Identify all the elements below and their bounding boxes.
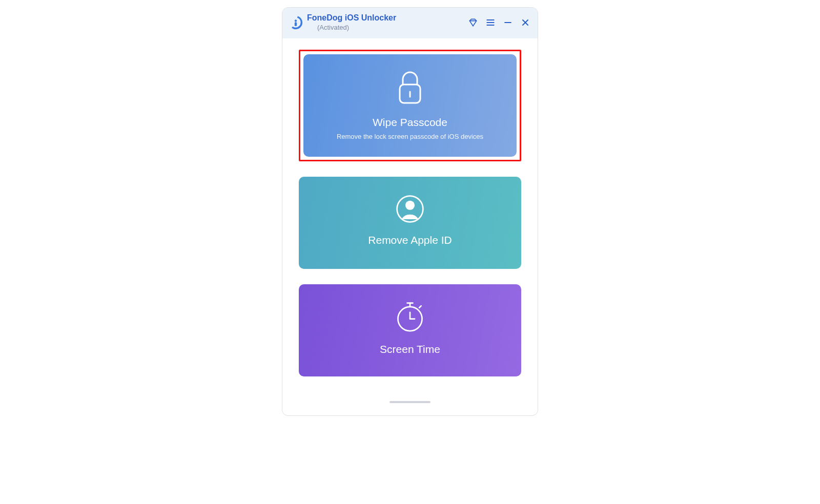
title-block: FoneDog iOS Unlocker (Activated): [307, 13, 396, 32]
app-logo-icon: [289, 15, 303, 30]
svg-rect-2: [295, 22, 297, 26]
menu-icon[interactable]: [485, 17, 496, 28]
highlight-box: Wipe Passcode Remove the lock screen pas…: [299, 50, 521, 161]
wipe-passcode-title: Wipe Passcode: [373, 116, 447, 129]
wipe-passcode-card[interactable]: Wipe Passcode Remove the lock screen pas…: [303, 54, 517, 157]
diamond-icon[interactable]: [468, 17, 478, 28]
remove-apple-id-card[interactable]: Remove Apple ID: [299, 177, 521, 269]
remove-apple-id-title: Remove Apple ID: [368, 234, 452, 246]
drag-handle[interactable]: [389, 401, 430, 403]
activation-status: (Activated): [317, 24, 396, 32]
stopwatch-icon: [395, 300, 425, 335]
svg-point-12: [405, 200, 415, 209]
content-area: Wipe Passcode Remove the lock screen pas…: [282, 38, 538, 415]
close-icon[interactable]: [520, 17, 530, 28]
wipe-passcode-subtitle: Remove the lock screen passcode of iOS d…: [337, 133, 483, 140]
screen-time-title: Screen Time: [380, 343, 440, 355]
app-window: FoneDog iOS Unlocker (Activated): [282, 7, 538, 416]
screen-time-card[interactable]: Screen Time: [299, 284, 521, 376]
svg-line-18: [419, 306, 421, 308]
titlebar: FoneDog iOS Unlocker (Activated): [282, 8, 538, 38]
svg-point-1: [295, 19, 297, 22]
titlebar-left: FoneDog iOS Unlocker (Activated): [289, 13, 396, 32]
titlebar-controls: [468, 17, 530, 28]
minimize-icon[interactable]: [503, 17, 513, 28]
lock-icon: [394, 69, 426, 108]
person-icon: [395, 194, 425, 226]
app-title: FoneDog iOS Unlocker: [307, 13, 396, 24]
